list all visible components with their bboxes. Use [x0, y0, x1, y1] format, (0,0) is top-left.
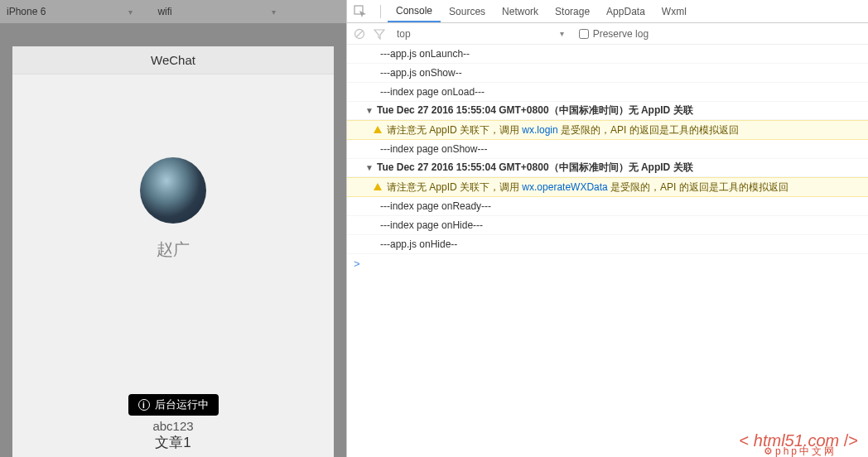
log-group[interactable]: ▼Tue Dec 27 2016 15:55:04 GMT+0800（中国标准时… — [347, 102, 868, 120]
log-line: ---app.js onShow-- — [347, 64, 868, 83]
console-prompt[interactable]: > — [347, 254, 868, 273]
device-label: iPhone 6 — [7, 6, 46, 17]
bottom-line2: 文章1 — [152, 433, 193, 452]
info-icon: i — [138, 399, 150, 411]
warning-icon — [374, 183, 382, 190]
log-line: ---index page onHide--- — [347, 216, 868, 235]
console-body[interactable]: ---app.js onLaunch-----app.js onShow----… — [347, 45, 868, 457]
log-line: ---app.js onLaunch-- — [347, 45, 868, 64]
preserve-log[interactable]: Preserve log — [579, 28, 649, 40]
device-selector[interactable]: iPhone 6 ▾ — [7, 6, 133, 17]
chevron-down-icon: ▾ — [128, 7, 133, 17]
inspect-icon[interactable] — [354, 5, 367, 18]
log-line: ---index page onShow--- — [347, 140, 868, 159]
network-selector[interactable]: wifi ▾ — [157, 6, 275, 17]
log-group[interactable]: ▼Tue Dec 27 2016 15:55:04 GMT+0800（中国标准时… — [347, 159, 868, 177]
device-content: 赵广 i 后台运行中 abc123 文章1 — [12, 75, 334, 457]
console-toolbar: top ▾ Preserve log — [347, 23, 868, 45]
bottom-line1: abc123 — [152, 419, 193, 433]
group-text: Tue Dec 27 2016 15:55:04 GMT+0800（中国标准时间… — [377, 103, 693, 118]
device-frame: WeChat 赵广 i 后台运行中 abc123 文章1 — [12, 46, 334, 457]
devtools-tabs: Console Sources Network Storage AppData … — [347, 0, 868, 23]
svg-line-2 — [356, 31, 363, 37]
log-line: ---index page onReady--- — [347, 197, 868, 216]
watermark-icon: ⚙ — [764, 445, 775, 457]
log-warn: 请注意无 AppID 关联下，调用 wx.login 是受限的，API 的返回是… — [347, 120, 868, 140]
username: 赵广 — [157, 238, 190, 261]
log-warn: 请注意无 AppID 关联下，调用 wx.operateWXData 是受限的，… — [347, 177, 868, 197]
watermark-sub: ⚙php中文网 — [764, 445, 837, 457]
status-text: 后台运行中 — [155, 397, 209, 412]
preserve-log-label: Preserve log — [593, 28, 649, 40]
execution-context[interactable]: top — [397, 28, 411, 40]
angle-left: < — [740, 431, 754, 450]
network-label: wifi — [157, 6, 171, 17]
warning-icon — [374, 126, 382, 133]
tab-sources[interactable]: Sources — [441, 0, 494, 22]
preserve-log-checkbox[interactable] — [579, 29, 589, 39]
chevron-down-icon: ▼ — [365, 106, 374, 115]
app-title: WeChat — [151, 53, 195, 67]
clear-icon[interactable] — [354, 28, 365, 40]
tab-network[interactable]: Network — [494, 0, 547, 22]
avatar[interactable] — [140, 157, 206, 224]
bottom-text: abc123 文章1 — [152, 419, 193, 452]
log-line: ---app.js onHide-- — [347, 235, 868, 254]
warn-text: 请注意无 AppID 关联下，调用 wx.operateWXData 是受限的，… — [387, 180, 788, 195]
tab-storage[interactable]: Storage — [547, 0, 598, 22]
log-line: ---index page onLoad--- — [347, 83, 868, 102]
device-header: WeChat — [12, 46, 334, 75]
separator — [380, 5, 381, 18]
chevron-down-icon[interactable]: ▾ — [560, 29, 564, 38]
tab-appdata[interactable]: AppData — [598, 0, 653, 22]
warn-text: 请注意无 AppID 关联下，调用 wx.login 是受限的，API 的返回是… — [387, 123, 739, 137]
tab-console[interactable]: Console — [388, 0, 441, 22]
status-badge: i 后台运行中 — [128, 394, 219, 416]
tab-wxml[interactable]: Wxml — [653, 0, 695, 22]
chevron-down-icon: ▾ — [272, 7, 276, 17]
angle-right: /> — [839, 431, 858, 450]
filter-icon[interactable] — [374, 28, 385, 40]
chevron-down-icon: ▼ — [365, 163, 374, 172]
simulator-toolbar: iPhone 6 ▾ wifi ▾ — [0, 0, 346, 23]
group-text: Tue Dec 27 2016 15:55:04 GMT+0800（中国标准时间… — [377, 161, 693, 175]
simulator-panel: iPhone 6 ▾ wifi ▾ WeChat 赵广 i 后台运行中 abc1… — [0, 0, 346, 457]
devtools-panel: Console Sources Network Storage AppData … — [346, 0, 868, 457]
